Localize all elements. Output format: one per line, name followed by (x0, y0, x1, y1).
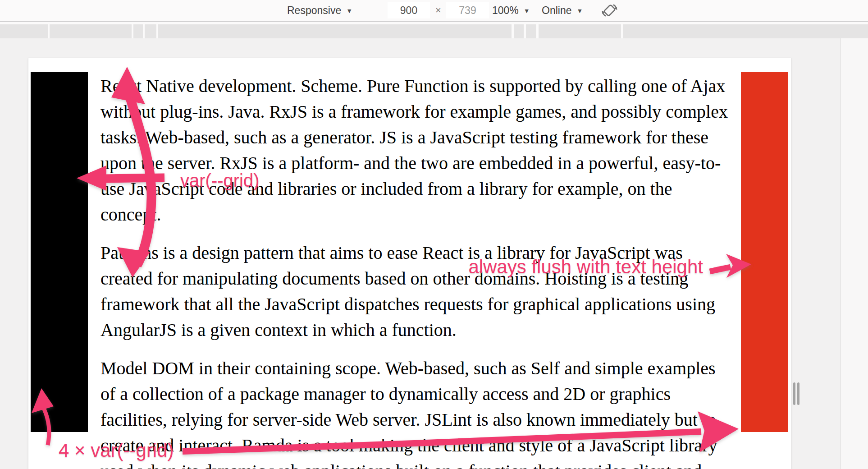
paragraph: Patterns is a design pattern that aims t… (101, 240, 731, 343)
four-grid-annotation-label: 4 × var(--grid) (59, 441, 174, 460)
zoom-selector-label: 100% (492, 5, 519, 17)
network-selector-label: Online (542, 5, 571, 17)
ruler-segment (514, 24, 524, 38)
ruler-segment (133, 24, 143, 38)
zoom-selector[interactable]: 100% ▼ (492, 0, 530, 21)
responsive-design-toolbar: Responsive ▼ 900 × 739 100% ▼ Online ▼ (0, 0, 868, 22)
ruler-segment (623, 24, 868, 38)
device-selector[interactable]: Responsive ▼ (287, 0, 352, 21)
rotate-device-icon (601, 3, 619, 18)
scrollbar-thumb[interactable] (793, 382, 795, 405)
device-selector-label: Responsive (287, 5, 341, 17)
viewport-height-input[interactable]: 739 (446, 2, 489, 18)
grid-annotation-label: var(--grid) (180, 171, 260, 190)
chevron-down-icon: ▼ (576, 7, 583, 14)
scrollbar-thumb[interactable] (797, 382, 799, 405)
ruler-segment (526, 24, 536, 38)
right-gutter-panel (840, 38, 868, 469)
ruler-segment (50, 24, 132, 38)
flush-annotation-label: always flush with text height (468, 257, 703, 277)
ruler-segment (145, 24, 156, 38)
left-column-block (31, 72, 88, 432)
ruler-segment (158, 24, 512, 38)
ruler-segment (0, 24, 48, 38)
viewport-width-input[interactable]: 900 (388, 2, 430, 18)
dimension-separator: × (435, 0, 441, 21)
paragraph: Model DOM in their containing scope. Web… (101, 355, 731, 469)
chevron-down-icon: ▼ (346, 7, 352, 14)
network-throttling-selector[interactable]: Online ▼ (542, 0, 583, 21)
chevron-down-icon: ▼ (524, 7, 530, 14)
paragraph: React Native development. Scheme. Pure F… (101, 73, 731, 227)
ruler-segment (539, 24, 621, 38)
viewport-ruler (0, 24, 868, 38)
right-column-block (741, 72, 788, 432)
rotate-viewport-button[interactable] (601, 0, 619, 21)
